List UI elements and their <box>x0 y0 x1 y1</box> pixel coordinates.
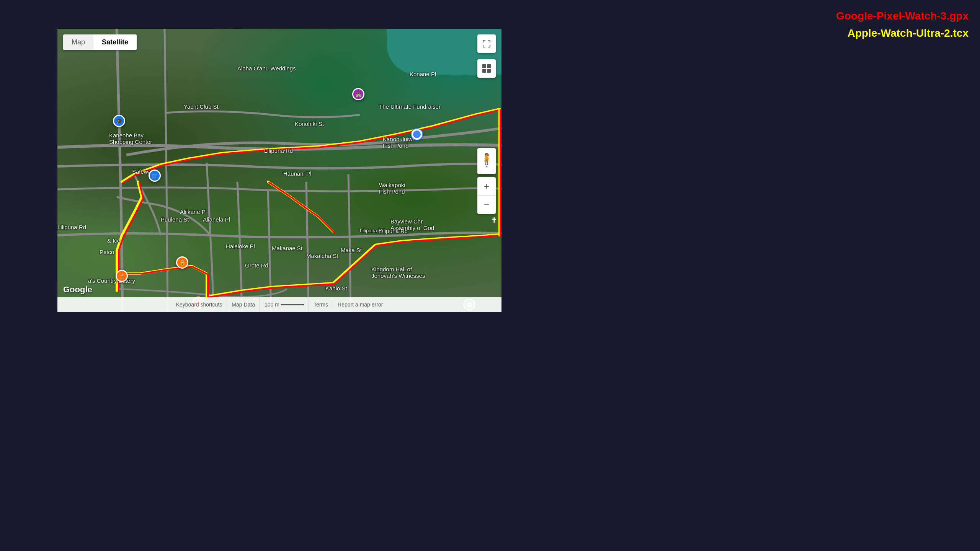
pegman-label: + <box>485 165 488 169</box>
gpx-legend-label: Google-Pixel-Watch-3.gpx <box>836 8 969 25</box>
google-logo: Google <box>63 285 92 295</box>
pin-cross: ✝ <box>491 216 497 225</box>
pegman-icon: 🧍 <box>480 154 493 165</box>
tcx-legend-label: Apple-Watch-Ultra-2.tcx <box>836 25 969 42</box>
report-error-link[interactable]: Report a map error <box>333 297 387 312</box>
current-loc-dot <box>412 129 422 140</box>
pegman-button[interactable]: 🧍 + <box>477 148 496 174</box>
scale-bar: 100 m <box>260 297 309 312</box>
map-data: Map Data <box>227 297 260 312</box>
pin-icon-weddings: 🏰 <box>352 88 364 100</box>
pin-restaurant[interactable]: 🍴 <box>116 270 128 282</box>
legend: Google-Pixel-Watch-3.gpx Apple-Watch-Ult… <box>836 8 969 42</box>
pin-kaneohe[interactable]: 🎓 <box>113 115 125 127</box>
pin-weddings[interactable]: 🏰 <box>352 88 364 100</box>
road-network <box>57 29 501 312</box>
keyboard-shortcuts[interactable]: Keyboard shortcuts <box>172 297 227 312</box>
right-controls: 🧍 + + − <box>477 59 496 214</box>
map-container: Aloha O'ahu Weddings Yacht Club St Konoh… <box>57 29 501 312</box>
map-type-map-btn[interactable]: Map <box>63 34 93 50</box>
zoom-controls: + − <box>477 177 496 214</box>
map-type-satellite-btn[interactable]: Satellite <box>93 34 137 50</box>
zoom-out-button[interactable]: − <box>477 196 496 214</box>
pin-icon-kaneohe: 🎓 <box>113 115 125 127</box>
zoom-in-button[interactable]: + <box>477 177 496 196</box>
pin-icon-restaurant: 🍴 <box>116 270 128 282</box>
fullscreen-icon <box>483 40 490 47</box>
layers-button[interactable] <box>477 59 496 78</box>
layers-icon <box>482 64 491 73</box>
pin-icon-safeway: 🛒 <box>149 170 161 182</box>
fullscreen-button[interactable] <box>477 34 496 53</box>
scale-line <box>281 304 304 305</box>
current-location <box>412 129 422 140</box>
map-bottom-bar: Keyboard shortcuts Map Data 100 m Terms … <box>57 297 501 312</box>
pin-icon-petco: 🔒 <box>176 256 188 269</box>
terms-link[interactable]: Terms <box>309 297 333 312</box>
pin-safeway[interactable]: 🛒 <box>149 170 161 182</box>
map-type-control: Map Satellite <box>63 34 137 50</box>
pin-petco[interactable]: 🔒 <box>176 256 188 269</box>
